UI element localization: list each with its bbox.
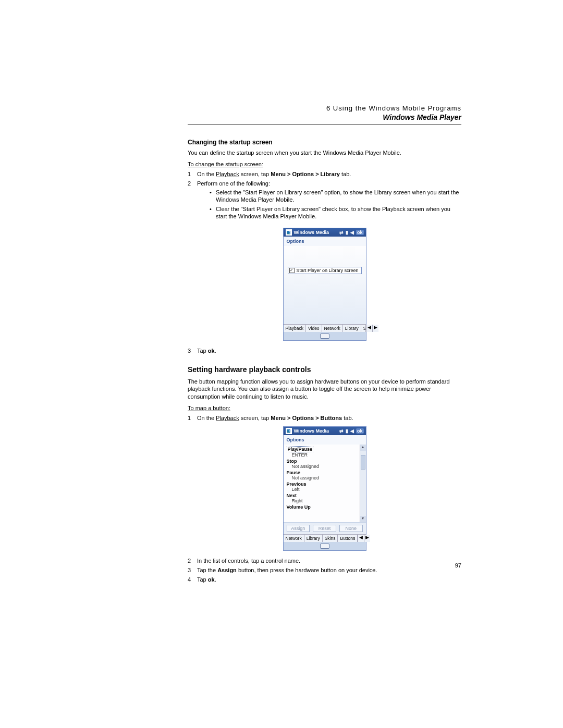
screenshot-library-option: ⊞ Windows Media ⇄ ▮ ◀ ok Options ✓ Start…: [283, 228, 366, 341]
bullet: Select the "Start Player on Library scre…: [210, 189, 461, 204]
procedure-title-hardware: To map a button:: [188, 405, 461, 411]
controls-list[interactable]: Play/Pause ENTER Stop Not assigned Pause…: [284, 445, 360, 522]
ok-button[interactable]: ok: [356, 428, 364, 434]
page-header: 6 Using the Windows Mobile Programs Wind…: [188, 104, 461, 121]
titlebar: ⊞ Windows Media ⇄ ▮ ◀ ok: [284, 427, 366, 435]
keyboard-icon[interactable]: [320, 544, 329, 549]
options-body: ✓ Start Player on Library screen: [284, 246, 366, 324]
control-stop[interactable]: Stop Not assigned: [285, 458, 359, 470]
scroll-up-icon[interactable]: ▴: [360, 445, 366, 451]
section-intro-startup: You can define the startup screen when y…: [188, 149, 461, 157]
page-number: 97: [455, 562, 461, 569]
screenshot-buttons-option: ⊞ Windows Media ⇄ ▮ ◀ ok Options Play/Pa…: [283, 426, 366, 551]
checkbox-label: Start Player on Library screen: [297, 268, 359, 273]
checkbox-icon[interactable]: ✓: [289, 268, 295, 273]
tab-scroll[interactable]: ◀▶: [366, 325, 378, 332]
options-label: Options: [284, 435, 366, 445]
tab-strip: Network Library Skins Buttons ◀▶: [284, 534, 366, 542]
steps-hardware: 1 On the Playback screen, tap Menu > Opt…: [188, 414, 461, 422]
bullet: Clear the "Start Player on Library scree…: [210, 205, 461, 220]
tab-scroll[interactable]: ◀▶: [358, 535, 370, 542]
connectivity-icon: ⇄: [339, 230, 344, 235]
steps-startup-cont: 3 Tap ok.: [188, 347, 461, 355]
soft-input-bar: [284, 542, 366, 550]
section-heading-hardware: Setting hardware playback controls: [188, 365, 461, 374]
scroll-down-icon[interactable]: ▾: [360, 516, 366, 522]
page: 6 Using the Windows Mobile Programs Wind…: [0, 0, 563, 728]
volume-icon: ◀: [350, 230, 354, 235]
reset-button[interactable]: Reset: [313, 525, 336, 532]
options-label: Options: [284, 237, 366, 246]
step-3: 3 Tap ok.: [188, 347, 461, 355]
header-rule: [188, 125, 461, 125]
scroll-left-icon[interactable]: ◀: [358, 535, 364, 542]
tab-playback[interactable]: Playback: [284, 325, 307, 332]
control-pause[interactable]: Pause Not assigned: [285, 470, 359, 481]
chapter-title: Using the Windows Mobile Programs: [333, 104, 461, 112]
control-previous[interactable]: Previous Left: [285, 481, 359, 492]
tab-buttons[interactable]: Buttons: [338, 535, 358, 542]
tab-strip: Playback Video Network Library Skins ◀▶: [284, 324, 366, 332]
control-play-pause[interactable]: Play/Pause ENTER: [285, 446, 359, 458]
start-player-checkbox-row[interactable]: ✓ Start Player on Library screen: [288, 267, 362, 274]
tab-network[interactable]: Network: [284, 535, 304, 542]
tab-video[interactable]: Video: [306, 325, 322, 332]
section-heading-startup: Changing the startup screen: [188, 139, 461, 146]
control-volume-up[interactable]: Volume Up: [285, 504, 359, 510]
step-4: 4 Tap ok.: [188, 576, 461, 584]
app-title: Windows Media: [294, 428, 329, 434]
app-title: Windows Media: [294, 230, 329, 235]
titlebar: ⊞ Windows Media ⇄ ▮ ◀ ok: [284, 228, 366, 237]
scrollbar[interactable]: ▴ ▾: [360, 445, 366, 522]
volume-icon: ◀: [350, 428, 354, 434]
none-button[interactable]: None: [339, 525, 363, 532]
tab-skins[interactable]: Skins: [323, 535, 338, 542]
scroll-thumb[interactable]: [361, 455, 365, 470]
section-intro-hardware: The button mapping function allows you t…: [188, 378, 461, 401]
step-1: 1 On the Playback screen, tap Menu > Opt…: [188, 170, 461, 178]
steps-startup: 1 On the Playback screen, tap Menu > Opt…: [188, 170, 461, 224]
step-3: 3 Tap the Assign button, then press the …: [188, 566, 461, 574]
scroll-right-icon[interactable]: ▶: [372, 325, 378, 332]
start-flag-icon: ⊞: [286, 428, 292, 434]
step-2: 2 In the list of controls, tap a control…: [188, 557, 461, 565]
button-row: Assign Reset None: [284, 523, 366, 534]
tab-skins[interactable]: Skins: [361, 325, 366, 332]
header-title: Windows Media Player: [188, 113, 461, 121]
step-2: 2 Perform one of the following: Select t…: [188, 180, 461, 224]
tab-library[interactable]: Library: [304, 535, 323, 542]
steps-hardware-cont: 2 In the list of controls, tap a control…: [188, 557, 461, 584]
step-2-bullets: Select the "Start Player on Library scre…: [197, 189, 461, 220]
start-flag-icon: ⊞: [286, 229, 292, 236]
tab-network[interactable]: Network: [322, 325, 343, 332]
chapter-number: 6: [326, 104, 331, 112]
control-next[interactable]: Next Right: [285, 492, 359, 504]
ok-button[interactable]: ok: [356, 230, 364, 235]
assign-button[interactable]: Assign: [287, 525, 310, 532]
controls-list-body: Play/Pause ENTER Stop Not assigned Pause…: [284, 445, 366, 523]
scroll-left-icon[interactable]: ◀: [366, 325, 372, 332]
tab-library[interactable]: Library: [343, 325, 361, 332]
signal-icon: ▮: [346, 428, 348, 434]
connectivity-icon: ⇄: [339, 428, 344, 434]
keyboard-icon[interactable]: [320, 334, 329, 339]
step-1: 1 On the Playback screen, tap Menu > Opt…: [188, 414, 461, 422]
soft-input-bar: [284, 332, 366, 340]
procedure-title-startup: To change the startup screen:: [188, 161, 461, 167]
scroll-right-icon[interactable]: ▶: [364, 535, 370, 542]
header-kicker: 6 Using the Windows Mobile Programs: [188, 104, 461, 112]
signal-icon: ▮: [346, 230, 348, 235]
